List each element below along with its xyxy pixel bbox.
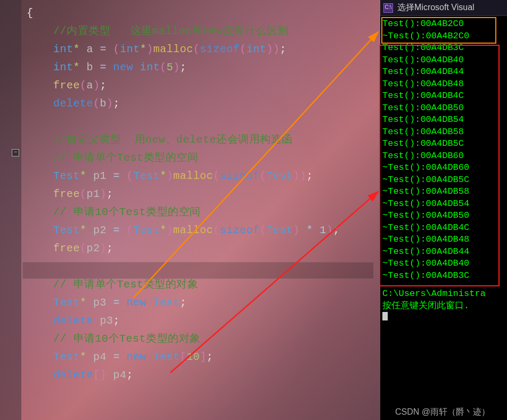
code-line[interactable]: delete p3;: [27, 312, 380, 330]
code-line[interactable]: // 申请10个Test类型的空间: [27, 203, 380, 221]
code-line[interactable]: Test* p1 = (Test*)malloc(sizeof(Test));: [27, 167, 380, 185]
console-prompt-path: C:\Users\Administra: [382, 288, 505, 300]
console-cursor: [382, 312, 505, 325]
code-line[interactable]: free(p2);: [27, 240, 380, 258]
code-area[interactable]: { //内置类型 这里malloc和new没有什么区别 int* a = (in…: [5, 4, 380, 384]
watermark-text: CSDN @雨轩（爵丶迹）: [395, 407, 490, 418]
annotation-box-orange: [381, 17, 496, 44]
code-line[interactable]: [27, 258, 380, 276]
annotation-box-red: [379, 45, 500, 286]
code-line[interactable]: // 申请10个Test类型的对象: [27, 330, 380, 348]
code-line[interactable]: free(a);: [27, 77, 380, 95]
code-line[interactable]: Test* p4 = new Test[10];: [27, 348, 380, 366]
code-line[interactable]: //自定义类型 用new、delete还会调用构造函: [27, 131, 380, 149]
console-title-app: Microsoft Visual: [414, 2, 475, 14]
console-title-prefix: 选择: [397, 2, 414, 14]
code-line[interactable]: // 申请单个Test类型的空间: [27, 149, 380, 167]
code-line[interactable]: free(p1);: [27, 185, 380, 203]
code-line[interactable]: Test* p2 = (Test*)malloc(sizeof(Test) * …: [27, 221, 380, 240]
code-line[interactable]: Test* p3 = new Test;: [27, 294, 380, 312]
code-line[interactable]: [27, 113, 380, 131]
code-line[interactable]: // 申请单个Test类型的对象: [27, 276, 380, 294]
code-line[interactable]: //内置类型 这里malloc和new没有什么区别: [27, 22, 380, 40]
code-editor-pane[interactable]: − { //内置类型 这里malloc和new没有什么区别 int* a = (…: [0, 0, 380, 420]
code-line[interactable]: int* b = new int(5);: [27, 59, 380, 77]
console-titlebar[interactable]: C:\ 选择 Microsoft Visual: [380, 0, 507, 16]
code-line[interactable]: {: [27, 4, 380, 22]
code-line[interactable]: delete[] p4;: [27, 366, 380, 384]
console-prompt-hint: 按任意键关闭此窗口.: [382, 300, 505, 312]
console-app-icon: C:\: [383, 3, 393, 13]
code-line[interactable]: int* a = (int*)malloc(sizeof(int));: [27, 40, 380, 59]
code-line[interactable]: delete(b);: [27, 95, 380, 113]
